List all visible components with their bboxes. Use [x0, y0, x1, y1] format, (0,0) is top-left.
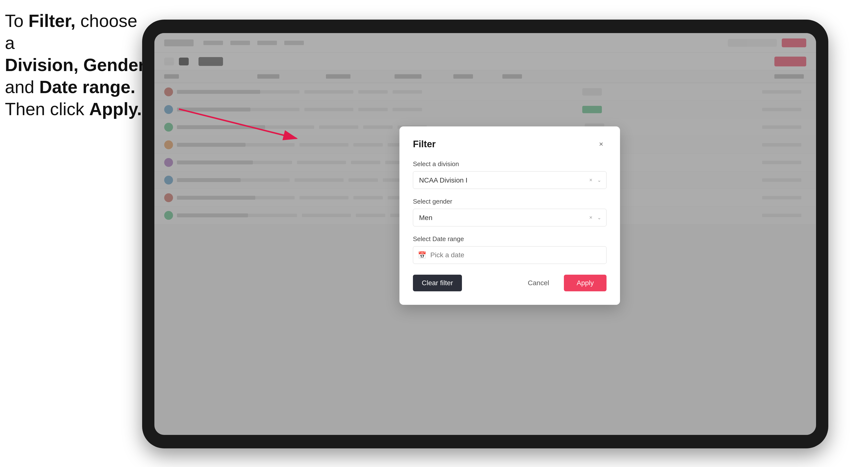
select-icons: × ⌄: [587, 177, 602, 184]
modal-footer-right: Cancel Apply: [519, 275, 607, 291]
apply-button[interactable]: Apply: [564, 275, 607, 291]
instruction-bold4: Apply.: [89, 99, 142, 119]
gender-select-wrapper: Men Women × ⌄: [413, 209, 607, 226]
close-icon: ×: [599, 140, 603, 148]
select-clear-icon[interactable]: ×: [587, 177, 594, 184]
gender-label: Select gender: [413, 198, 607, 205]
filter-modal: Filter × Select a division NCAA Division…: [399, 126, 620, 305]
cancel-button[interactable]: Cancel: [519, 275, 558, 291]
tablet-screen: Filter × Select a division NCAA Division…: [154, 33, 816, 435]
gender-field-group: Select gender Men Women × ⌄: [413, 198, 607, 226]
instruction-bold2: Division, Gender: [5, 55, 145, 75]
chevron-down-icon: ⌄: [596, 214, 602, 221]
modal-overlay: Filter × Select a division NCAA Division…: [154, 33, 816, 435]
date-range-input[interactable]: [413, 246, 607, 264]
date-range-field-group: Select Date range 📅: [413, 235, 607, 264]
tablet-frame: Filter × Select a division NCAA Division…: [142, 20, 828, 448]
chevron-down-icon: ⌄: [596, 177, 602, 184]
modal-close-button[interactable]: ×: [596, 139, 607, 150]
modal-title: Filter: [413, 139, 436, 150]
modal-footer: Clear filter Cancel Apply: [413, 275, 607, 291]
instruction-bold1: Filter,: [28, 11, 75, 31]
instruction-line3: and: [5, 77, 39, 97]
select-icons: × ⌄: [587, 214, 602, 221]
gender-select[interactable]: Men Women: [413, 209, 607, 226]
division-field-group: Select a division NCAA Division I NCAA D…: [413, 160, 607, 189]
date-range-label: Select Date range: [413, 235, 607, 243]
instruction-line1: To: [5, 11, 28, 31]
clear-filter-button[interactable]: Clear filter: [413, 275, 462, 291]
instruction-text: To Filter, choose a Division, Gender and…: [5, 10, 147, 120]
date-input-wrapper: 📅: [413, 246, 607, 264]
modal-header: Filter ×: [413, 139, 607, 150]
select-clear-icon[interactable]: ×: [587, 214, 594, 221]
division-select[interactable]: NCAA Division I NCAA Division II NCAA Di…: [413, 171, 607, 189]
calendar-icon: 📅: [418, 251, 426, 259]
instruction-bold3: Date range.: [39, 77, 135, 97]
division-label: Select a division: [413, 160, 607, 168]
division-select-wrapper: NCAA Division I NCAA Division II NCAA Di…: [413, 171, 607, 189]
instruction-line4: Then click: [5, 99, 89, 119]
